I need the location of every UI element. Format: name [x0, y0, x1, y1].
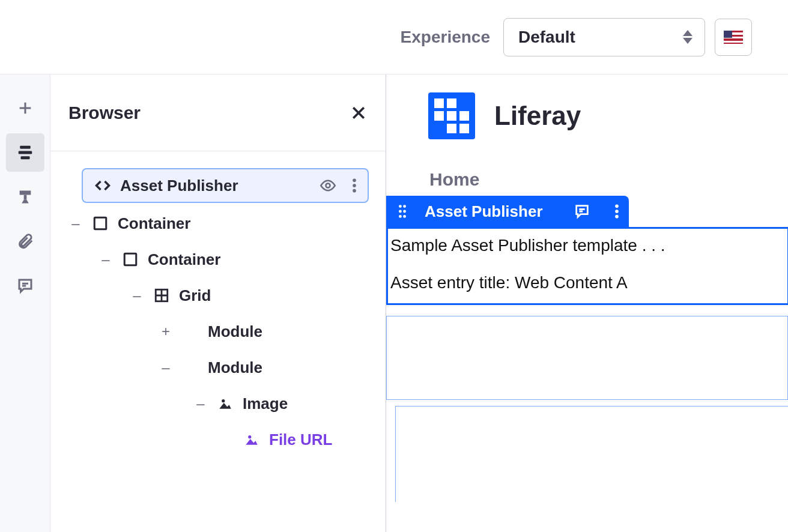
rail-comments[interactable]: [6, 267, 44, 305]
rail-add[interactable]: [6, 89, 44, 127]
svg-point-5: [353, 184, 356, 187]
image-icon: [216, 396, 234, 411]
rail-attach[interactable]: [6, 222, 44, 261]
collapse-toggle[interactable]: –: [159, 359, 173, 376]
widget-body[interactable]: Sample Asset Publisher template . . . As…: [386, 227, 788, 305]
collapse-toggle[interactable]: –: [68, 215, 83, 232]
comment-icon: [574, 203, 590, 220]
kebab-icon: [614, 204, 619, 219]
flag-us-icon: [724, 31, 743, 44]
svg-rect-0: [20, 146, 31, 149]
tree-node-label: File URL: [269, 431, 332, 449]
sort-icon: [683, 30, 693, 44]
svg-point-14: [399, 210, 402, 213]
browser-header: Browser: [50, 74, 386, 151]
experience-value: Default: [518, 28, 575, 47]
svg-point-11: [248, 435, 251, 438]
tree-node-asset-publisher[interactable]: Asset Publisher: [82, 168, 369, 203]
close-button[interactable]: [350, 104, 368, 122]
experience-select[interactable]: Default: [503, 18, 705, 56]
svg-point-4: [353, 179, 356, 183]
tree-node-module-2[interactable]: – Module: [62, 349, 374, 385]
svg-rect-7: [94, 217, 106, 229]
code-icon: [94, 177, 112, 194]
grid-icon: [153, 288, 171, 303]
tree-node-container-2[interactable]: – Container: [62, 241, 374, 277]
site-brand: Liferay: [428, 92, 788, 139]
topbar: Experience Default: [0, 0, 788, 74]
main: Browser Asset Publisher –: [0, 74, 788, 532]
widget-menu[interactable]: [614, 204, 629, 219]
comment-icon: [16, 277, 34, 295]
browser-title: Browser: [68, 103, 141, 123]
page-canvas: Liferay Home Asset Publisher Sample Asse…: [386, 74, 788, 532]
svg-point-3: [326, 184, 330, 188]
expand-toggle[interactable]: +: [159, 323, 173, 340]
square-icon: [121, 252, 139, 267]
collapse-toggle[interactable]: –: [130, 287, 144, 304]
square-icon: [91, 216, 109, 231]
svg-point-10: [222, 399, 225, 402]
plus-icon: [17, 100, 34, 116]
widget-title: Asset Publisher: [422, 202, 543, 221]
tree-node-grid[interactable]: – Grid: [62, 277, 374, 313]
tree-node-label: Asset Publisher: [120, 177, 238, 195]
locale-button[interactable]: [715, 19, 752, 56]
svg-point-6: [353, 189, 356, 193]
liferay-logo-icon: [428, 92, 475, 139]
left-rail: [0, 74, 50, 532]
tree-node-module-1[interactable]: + Module: [62, 313, 374, 349]
visibility-toggle[interactable]: [316, 177, 340, 194]
tree-node-label: Container: [148, 250, 220, 269]
svg-point-19: [615, 210, 619, 213]
tree-node-label: Module: [208, 358, 262, 377]
eye-icon: [320, 177, 336, 194]
browser-panel: Browser Asset Publisher –: [50, 74, 386, 532]
tree-node-label: Container: [118, 214, 190, 233]
tree-node-file-url[interactable]: File URL: [62, 422, 374, 458]
experience-label: Experience: [401, 28, 490, 47]
svg-point-18: [615, 205, 619, 208]
collapse-toggle[interactable]: –: [98, 251, 113, 268]
node-menu[interactable]: [348, 178, 360, 193]
fragment-placeholder-1[interactable]: [386, 316, 788, 400]
widget-comments[interactable]: [574, 203, 600, 220]
svg-point-12: [399, 205, 402, 208]
svg-rect-1: [18, 151, 32, 154]
fragment-placeholder-2[interactable]: [395, 406, 788, 502]
rail-browser[interactable]: [6, 133, 44, 172]
tree-node-image[interactable]: – Image: [62, 385, 374, 422]
tree-node-label: Grid: [179, 286, 211, 305]
tree-node-label: Image: [243, 394, 288, 413]
tree-node-label: Module: [208, 322, 262, 341]
svg-rect-2: [20, 156, 29, 159]
brush-icon: [17, 189, 34, 205]
collapse-toggle[interactable]: –: [193, 395, 208, 412]
drag-icon: [397, 204, 408, 219]
widget-line-2: Asset entry title: Web Content A: [390, 273, 785, 292]
svg-point-17: [403, 215, 406, 218]
image-icon: [243, 432, 261, 447]
svg-point-15: [403, 210, 406, 213]
brand-name: Liferay: [494, 101, 581, 131]
svg-rect-8: [124, 253, 136, 265]
widget-toolbar: Asset Publisher: [386, 196, 629, 227]
close-icon: [350, 104, 368, 122]
svg-point-16: [399, 215, 402, 218]
browser-icon: [16, 144, 34, 162]
svg-point-13: [403, 205, 406, 208]
drag-handle[interactable]: [397, 204, 408, 219]
widget-line-1: Sample Asset Publisher template . . .: [390, 236, 785, 255]
structure-tree: Asset Publisher – Container –: [50, 151, 386, 458]
kebab-icon: [352, 178, 357, 193]
tree-node-container-1[interactable]: – Container: [62, 205, 374, 241]
rail-design[interactable]: [6, 178, 44, 216]
attachment-icon: [16, 232, 34, 250]
breadcrumb[interactable]: Home: [429, 169, 788, 190]
svg-point-20: [615, 215, 619, 219]
